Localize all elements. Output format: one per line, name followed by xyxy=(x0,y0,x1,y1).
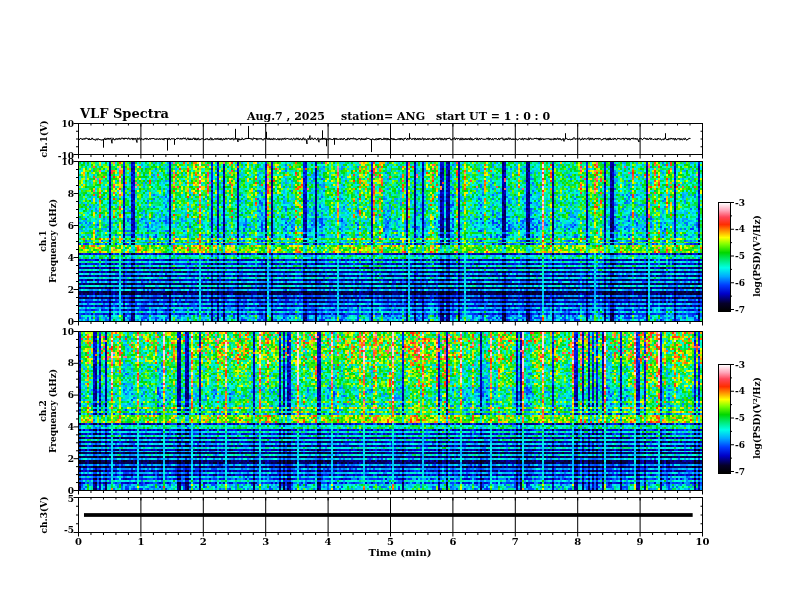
colorbar1-tick-label: -5 xyxy=(735,251,745,261)
spec1-ytick-label: 0 xyxy=(48,317,74,327)
colorbar2-tick-label: -4 xyxy=(735,386,745,396)
x-tick-label: 5 xyxy=(387,536,394,547)
x-tick-label: 10 xyxy=(696,536,710,547)
spec2-ytick-label: 2 xyxy=(48,454,74,464)
plot-title: VLF Spectra xyxy=(80,106,169,121)
spec2-axis-label: ch.2 Frequency (kHz) xyxy=(38,369,58,453)
colorbar1-label: log(PSD)(V²/Hz) xyxy=(752,215,762,297)
x-tick-label: 4 xyxy=(325,536,332,547)
spec1-ytick-label: 6 xyxy=(48,221,74,231)
colorbar1-tick-label: -7 xyxy=(735,305,745,315)
spec2-ytick-label: 6 xyxy=(48,390,74,400)
x-tick-label: 9 xyxy=(637,536,644,547)
colorbar1-tick-label: -4 xyxy=(735,224,745,234)
x-tick-label: 0 xyxy=(75,536,82,547)
spec1-axis-label: ch.1 Frequency (kHz) xyxy=(38,199,58,283)
ch1-waveform-plot xyxy=(79,124,702,154)
spec2-ytick-label: 4 xyxy=(48,422,74,432)
start-ut-label: start UT = 1 : 0 : 0 xyxy=(436,110,550,123)
x-tick-label: 8 xyxy=(574,536,581,547)
colorbar2-tick-label: -6 xyxy=(735,440,745,450)
spec2-axis-label-line2: Frequency (kHz) xyxy=(48,369,58,453)
spec1-ytick-label: 8 xyxy=(48,189,74,199)
x-tick-label: 6 xyxy=(449,536,456,547)
spec1-ytick-label: 2 xyxy=(48,285,74,295)
colorbar2-tick-label: -5 xyxy=(735,413,745,423)
x-tick-label: 7 xyxy=(512,536,519,547)
ch1-axis-label: ch.1(V) xyxy=(39,121,49,158)
spec2-ytick-label: 8 xyxy=(48,358,74,368)
ch1-ytick-top: 10 xyxy=(48,119,74,129)
colorbar1-tick-label: -3 xyxy=(735,198,745,208)
colorbar2-tick-label: -3 xyxy=(735,360,745,370)
colorbar2-label: log(PSD)(V²/Hz) xyxy=(752,377,762,459)
spec1-ytick-label: 10 xyxy=(48,157,74,167)
colorbar-2 xyxy=(718,364,731,474)
spec2-ytick-label: 0 xyxy=(48,486,74,496)
ch1-spectrogram xyxy=(79,162,702,321)
spec1-ytick-label: 4 xyxy=(48,253,74,263)
spec2-ytick-label: 10 xyxy=(48,327,74,337)
x-axis-label: Time (min) xyxy=(369,547,432,558)
x-tick-label: 3 xyxy=(262,536,269,547)
spec1-axis-label-line1: ch.1 xyxy=(38,199,48,283)
spec2-axis-label-line1: ch.2 xyxy=(38,369,48,453)
colorbar2-tick-label: -7 xyxy=(735,467,745,477)
ch3-waveform-plot xyxy=(79,498,702,532)
colorbar-1 xyxy=(718,202,731,312)
station-label: station= ANG xyxy=(341,110,425,123)
ch2-spectrogram xyxy=(79,332,702,490)
spec1-axis-label-line2: Frequency (kHz) xyxy=(48,199,58,283)
plot-date: Aug.7 , 2025 xyxy=(247,110,325,123)
x-tick-label: 1 xyxy=(137,536,144,547)
colorbar1-tick-label: -6 xyxy=(735,278,745,288)
x-tick-label: 2 xyxy=(200,536,207,547)
ch3-axis-label: ch.3(V) xyxy=(39,497,49,534)
vlf-spectra-figure: VLF Spectra Aug.7 , 2025 station= ANG st… xyxy=(0,0,792,612)
ch3-ytick-top: 5 xyxy=(48,494,74,504)
ch3-ytick-bottom: -5 xyxy=(48,525,74,535)
